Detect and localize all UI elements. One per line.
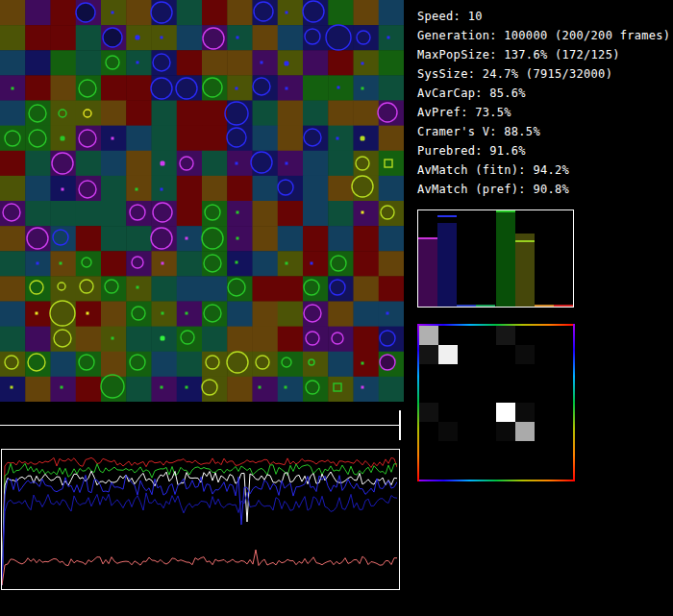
world-cell — [177, 151, 203, 177]
organism-dot — [61, 386, 63, 389]
heatmap-cell — [419, 364, 438, 383]
world-cell — [0, 176, 26, 202]
dark-blue-trace — [2, 492, 397, 585]
organism-dot — [311, 262, 313, 265]
organism-dot — [286, 87, 288, 90]
world-cell — [227, 50, 253, 76]
heatmap-cell — [438, 326, 458, 345]
world-cell — [101, 75, 127, 101]
organism-dot-large — [61, 136, 65, 141]
world-cell — [278, 276, 304, 302]
heatmap-cell — [496, 364, 515, 383]
frame-progress-handle[interactable] — [399, 410, 401, 440]
heatmap-cell — [554, 422, 573, 441]
heatmap-cell — [477, 345, 496, 364]
heatmap-cell — [419, 403, 438, 422]
heatmap-cell — [535, 460, 554, 480]
population-bar — [496, 210, 515, 307]
blue-trace — [2, 475, 397, 585]
heatmap-cell — [419, 422, 438, 441]
salmon-trace — [2, 550, 397, 585]
organism-dot — [285, 386, 287, 389]
organism-dot — [259, 386, 262, 389]
world-cell — [25, 302, 51, 328]
world-cell — [76, 327, 102, 353]
world-cell — [101, 201, 127, 227]
organism-dot — [161, 188, 163, 191]
heatmap-cell — [419, 326, 438, 345]
world-cell — [25, 201, 51, 227]
world-cell — [303, 151, 329, 177]
organism-dot — [237, 211, 239, 214]
heatmap-cell — [515, 403, 535, 422]
population-bar-cap — [554, 305, 573, 307]
organism-dot — [12, 87, 14, 90]
organism-dot — [361, 62, 364, 65]
world-cell — [227, 101, 253, 127]
world-cell — [126, 151, 152, 177]
heatmap-cell — [535, 345, 554, 364]
world-cell — [51, 75, 77, 101]
world-cell — [25, 377, 51, 402]
organism-dot — [361, 87, 364, 90]
heatmap-cell — [477, 326, 496, 345]
world-cell — [303, 226, 329, 252]
world-cell — [25, 276, 51, 302]
world-cell — [25, 226, 51, 252]
heatmap-border-bottom — [417, 480, 575, 481]
world-cell — [152, 126, 178, 152]
stat-avcarcap: AvCarCap: 85.6% — [417, 84, 526, 103]
heatmap-cell — [515, 441, 535, 460]
heatmap-cell — [515, 422, 535, 441]
world-cell — [379, 327, 404, 353]
world-cell — [379, 302, 404, 328]
organism-dot — [186, 386, 188, 389]
world-cell — [253, 276, 279, 302]
heatmap-cell — [458, 441, 477, 460]
organism-dot — [36, 312, 38, 315]
world-cell — [227, 75, 253, 101]
world-cell — [278, 50, 304, 76]
heatmap-cell — [515, 383, 535, 403]
world-cell — [278, 226, 304, 252]
world-cell — [278, 302, 304, 328]
organism-dot — [236, 261, 238, 264]
white-trace — [2, 471, 397, 585]
heatmap-cell — [477, 460, 496, 480]
world-grid[interactable] — [0, 0, 404, 402]
organism-dot — [137, 62, 139, 64]
world-cell — [278, 101, 304, 127]
heatmap-cell — [554, 441, 573, 460]
world-cell — [76, 101, 102, 127]
heatmap-cell — [554, 403, 573, 422]
world-cell — [76, 251, 102, 277]
organism-dot — [112, 12, 114, 14]
organism-dot — [11, 386, 13, 389]
world-cell — [152, 276, 178, 302]
frame-progress-track[interactable] — [0, 425, 400, 426]
heatmap-cell — [554, 364, 573, 383]
world-cell — [278, 151, 304, 177]
world-cell — [126, 50, 152, 76]
population-bar-cap — [437, 215, 457, 217]
world-cell — [253, 50, 279, 76]
world-cell — [253, 25, 279, 51]
world-cell — [51, 101, 77, 127]
world-cell — [51, 0, 77, 26]
world-cell — [354, 50, 380, 76]
world-cell — [354, 75, 380, 101]
world-cell — [303, 276, 329, 302]
pairing-matrix-heatmap — [417, 324, 575, 481]
world-cell — [227, 25, 253, 51]
world-cell — [0, 101, 26, 127]
organism-dot — [361, 211, 364, 214]
organism-dot — [162, 312, 164, 315]
population-bar — [437, 223, 457, 307]
population-bar-chart: m f — [417, 209, 574, 308]
world-cell — [0, 151, 26, 177]
simulation-window: Speed: 10 Generation: 100000 (200/200 fr… — [0, 0, 673, 616]
organism-dot-large — [361, 136, 365, 141]
world-cell — [379, 377, 404, 402]
world-cell — [0, 327, 26, 353]
heatmap-cell — [515, 364, 535, 383]
